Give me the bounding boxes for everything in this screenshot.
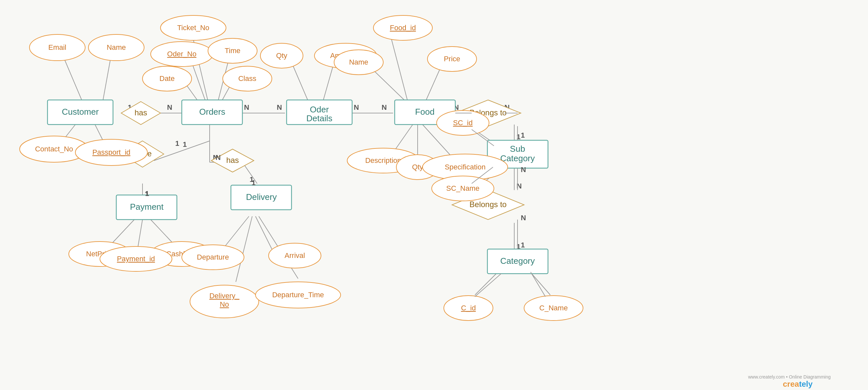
svg-text:N: N [216,153,221,161]
svg-text:1: 1 [517,133,521,141]
attr-orders-date-label: Date [159,74,175,83]
attr-food-description-label: Description [365,156,401,164]
entity-orders-label: Orders [199,107,225,117]
entity-sub-category-label1: Sub [510,144,525,154]
svg-text:1: 1 [175,139,179,148]
attr-food-qty-label: Qty [412,163,423,171]
svg-text:N: N [244,103,249,112]
attr-delivery-departure-time-label: Departure_Time [272,291,324,299]
rel-belongs2-label: Belongs to [469,200,506,209]
attr-cat-name-label: C_Name [539,304,568,312]
er-diagram: 1 N N N N N N N 1 N 1 1 [0,0,868,390]
attr-customer-email-label: Email [48,43,66,52]
svg-text:N: N [521,214,526,222]
svg-text:1: 1 [145,189,149,198]
svg-text:1: 1 [521,241,525,249]
attr-food-name-label: Name [349,58,369,66]
svg-text:1: 1 [521,131,525,139]
attr-customer-contact-label: Contact_No [35,145,73,153]
entity-sub-category-label2: Category [500,153,535,163]
attr-delivery-no-label2: No [220,300,229,308]
attr-customer-passport-label: Passport_id [92,148,130,156]
attr-orders-ticket-label: Ticket_No [177,24,209,32]
attr-customer-name-label: Name [107,43,126,52]
entity-oder-details-label2: Details [306,113,332,123]
svg-text:1: 1 [183,140,187,148]
rel-has2-label: has [226,156,239,164]
attr-orders-oder-no-label: Oder_No [167,50,196,58]
watermark-text: www.creately.com • Online Diagramming [748,374,831,380]
svg-text:N: N [167,103,172,112]
entity-category-label: Category [500,256,535,266]
svg-text:N: N [521,166,526,174]
rel-has1-label: has [135,108,147,117]
attr-payment-id-label: Payment_id [117,254,155,263]
attr-orders-class-label: Class [238,74,256,83]
entity-payment-label: Payment [130,202,164,212]
attr-delivery-no-label1: Delivery_ [209,292,240,300]
entity-oder-details-label: Oder [310,104,329,114]
brand-logo: creately [783,380,813,388]
attr-delivery-arrival-label: Arrival [285,251,305,260]
attr-food-id-label: Food_id [390,24,416,32]
attr-delivery-departure-label: Departure [197,253,229,261]
attr-cat-id-label: C_id [461,304,475,312]
attr-subcat-name-label: SC_Name [446,184,479,192]
attr-oder-qty-label: Qty [276,52,287,60]
svg-text:N: N [381,103,387,112]
entity-delivery-label: Delivery [246,192,277,202]
attr-orders-time-label: Time [225,47,241,55]
entity-customer-label: Customer [62,107,99,117]
attr-food-specification-label: Specification [445,163,486,171]
attr-subcat-id-label: SC_id [453,119,473,127]
entity-food-label: Food [415,107,434,117]
svg-text:N: N [354,103,359,112]
svg-text:N: N [277,103,282,112]
attr-food-price-label: Price [444,55,460,63]
svg-text:1: 1 [252,179,255,187]
